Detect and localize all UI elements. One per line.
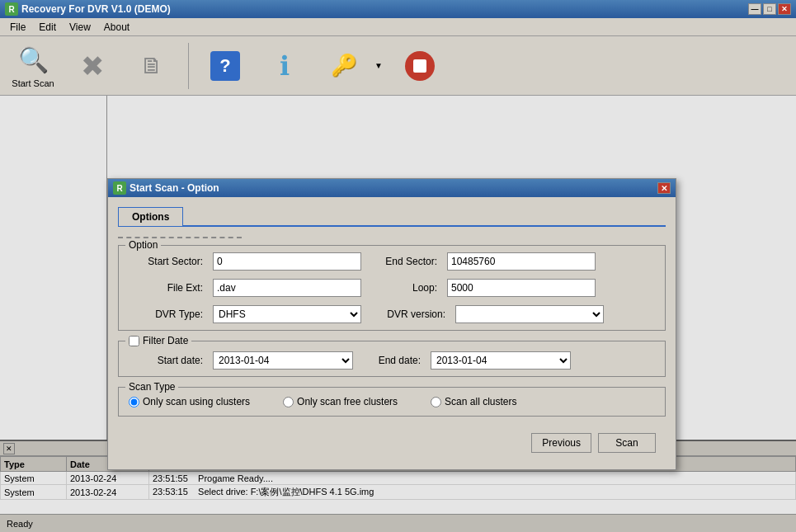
dvr-type-select-wrapper: DHFS	[213, 305, 361, 323]
key-button-group: 🔑 ▼	[318, 46, 387, 86]
end-sector-input[interactable]	[447, 252, 596, 271]
start-date-select[interactable]: 2013-01-04	[213, 351, 353, 370]
info-button[interactable]: ℹ	[258, 46, 311, 86]
start-scan-icon: 🔍	[16, 44, 49, 77]
radio-using-clusters: Only scan using clusters	[129, 396, 250, 407]
scan-type-group: Scan Type Only scan using clusters Only …	[118, 387, 666, 417]
menu-file[interactable]: File	[3, 20, 32, 35]
radio-all-clusters: Scan all clusters	[431, 396, 516, 407]
dialog-content: Options Option Start Sector: End Sector:	[108, 197, 676, 469]
option-group: Option Start Sector: End Sector: File Ex…	[118, 245, 666, 331]
dialog-overlay: R Start Scan - Option ✕ Options Option S…	[0, 96, 796, 532]
key-icon: 🔑	[327, 49, 360, 82]
scan-type-radio-row: Only scan using clusters Only scan free …	[129, 396, 655, 407]
dialog-title-bar: R Start Scan - Option ✕	[108, 179, 676, 197]
dialog-title: Start Scan - Option	[130, 182, 219, 194]
radio-free-clusters-label: Only scan free clusters	[297, 396, 398, 407]
filter-date-group: Filter Date Start date: 2013-01-04 End d…	[118, 341, 666, 377]
minimize-button[interactable]: —	[748, 3, 761, 15]
key-dropdown-arrow[interactable]: ▼	[370, 49, 387, 82]
radio-using-clusters-label: Only scan using clusters	[143, 396, 250, 407]
open-file-button[interactable]: 🗎	[125, 46, 178, 86]
dialog-close-button[interactable]: ✕	[657, 182, 671, 194]
start-date-label: Start date:	[129, 355, 203, 366]
dvr-type-select[interactable]: DHFS	[213, 305, 361, 323]
filter-date-checkbox[interactable]	[129, 336, 139, 346]
sector-row: Start Sector: End Sector:	[129, 252, 655, 271]
start-scan-button[interactable]: 🔍 Start Scan	[7, 40, 59, 92]
window-controls: — □ ✕	[748, 3, 791, 15]
title-bar: R Recovery For DVR V1.0 (DEMO) — □ ✕	[0, 0, 796, 18]
key-button[interactable]: 🔑	[318, 46, 370, 86]
end-date-select-wrapper: 2013-01-04	[431, 351, 571, 370]
dialog-footer: Previous Scan	[118, 426, 666, 459]
start-sector-input[interactable]	[213, 252, 361, 271]
dialog-tab-bar: Options	[118, 207, 666, 227]
tab-options[interactable]: Options	[118, 207, 183, 226]
dvr-type-label: DVR Type:	[129, 308, 203, 320]
maximize-button[interactable]: □	[763, 3, 776, 15]
start-scan-label: Start Scan	[12, 78, 54, 88]
date-row: Start date: 2013-01-04 End date: 2013-01…	[129, 351, 655, 370]
main-content: ✕ Type Date System 2013-02-24 23:51:55 P…	[0, 96, 796, 532]
stop-icon	[403, 49, 436, 82]
menu-bar: File Edit View About	[0, 18, 796, 36]
menu-edit[interactable]: Edit	[32, 20, 63, 35]
file-ext-label: File Ext:	[129, 282, 203, 294]
file-ext-input[interactable]	[213, 279, 361, 297]
menu-view[interactable]: View	[63, 20, 97, 35]
ext-loop-row: File Ext: Loop:	[129, 279, 655, 297]
scan-option-dialog: R Start Scan - Option ✕ Options Option S…	[107, 178, 676, 470]
scan-button[interactable]: Scan	[598, 433, 656, 453]
previous-button[interactable]: Previous	[531, 433, 591, 453]
help-button[interactable]: ?	[199, 46, 252, 86]
option-group-label: Option	[125, 239, 161, 251]
start-date-select-wrapper: 2013-01-04	[213, 351, 353, 370]
dvr-version-select-wrapper	[455, 305, 604, 323]
loop-label: Loop:	[371, 282, 437, 294]
filter-date-label: Filter Date	[125, 335, 191, 346]
radio-free-clusters-input[interactable]	[283, 397, 294, 407]
end-date-select[interactable]: 2013-01-04	[431, 351, 571, 370]
toolbar: 🔍 Start Scan ✖ 🗎 ? ℹ 🔑 ▼	[0, 36, 796, 96]
loop-input[interactable]	[447, 279, 596, 297]
info-icon: ℹ	[268, 49, 301, 82]
open-file-icon: 🗎	[135, 49, 168, 82]
end-date-label: End date:	[363, 355, 421, 366]
start-sector-label: Start Sector:	[129, 256, 203, 267]
app-icon: R	[5, 2, 18, 16]
radio-free-clusters: Only scan free clusters	[283, 396, 398, 407]
dvr-version-label: DVR version:	[371, 308, 445, 320]
dialog-title-icon: R	[113, 181, 126, 195]
dvr-row: DVR Type: DHFS DVR version:	[129, 305, 655, 323]
cancel-icon: ✖	[76, 49, 109, 82]
close-button[interactable]: ✕	[778, 3, 791, 15]
stop-button[interactable]	[393, 46, 446, 86]
tab-underline	[118, 237, 242, 238]
app-title: Recovery For DVR V1.0 (DEMO)	[21, 3, 171, 15]
dvr-version-select[interactable]	[455, 305, 604, 323]
radio-using-clusters-input[interactable]	[129, 397, 139, 407]
radio-all-clusters-label: Scan all clusters	[445, 396, 516, 407]
radio-all-clusters-input[interactable]	[431, 397, 441, 407]
cancel-button[interactable]: ✖	[66, 46, 119, 86]
help-icon: ?	[209, 49, 242, 82]
scan-type-label: Scan Type	[125, 381, 178, 393]
end-sector-label: End Sector:	[371, 256, 437, 267]
menu-about[interactable]: About	[97, 20, 136, 35]
toolbar-separator-1	[188, 43, 189, 89]
